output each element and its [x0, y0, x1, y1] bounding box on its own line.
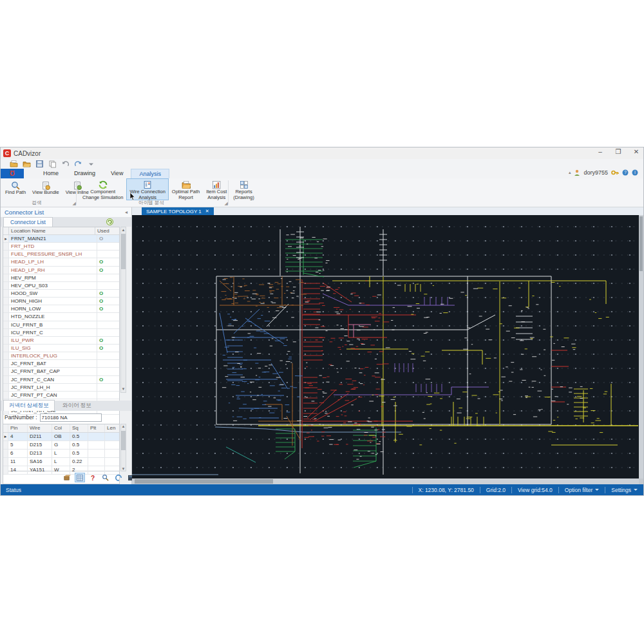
document-tab-close-icon[interactable]: ✕ — [205, 209, 209, 214]
detail-tab[interactable]: 와이어 정보 — [57, 401, 97, 411]
ribbon-tab-analysis[interactable]: Analysis — [131, 169, 169, 178]
connector-table-header[interactable]: Location Name Used — [3, 227, 119, 235]
part-number-input[interactable] — [40, 413, 102, 422]
col-plt[interactable]: Plt — [88, 424, 105, 432]
help-icon[interactable]: ? — [622, 169, 629, 176]
save-icon — [35, 160, 44, 168]
scroll-down-icon[interactable]: ▼ — [121, 386, 126, 392]
wire — [323, 283, 352, 302]
title-bar[interactable]: C CADvizor – ❐ ✕ — [1, 147, 643, 159]
inspect-icon[interactable] — [100, 473, 111, 482]
canvas-vscrollbar[interactable] — [639, 215, 643, 478]
table-row[interactable]: JC_FRNT_PT_CAN — [3, 392, 119, 399]
table-row[interactable]: JC_FRNT_LH_H — [3, 384, 119, 392]
scroll-up-icon[interactable]: ▲ — [121, 227, 126, 233]
reports-drawing--button[interactable]: Reports(Drawing) — [230, 178, 258, 200]
connector-list-tab[interactable]: Connector List — [3, 217, 53, 227]
refresh-blue-icon — [115, 474, 122, 482]
optimal-path-report-button[interactable]: Optimal PathReport — [169, 178, 203, 200]
redo-icon — [74, 160, 82, 168]
table-row[interactable]: HEV_RPM — [3, 274, 119, 282]
table-row[interactable]: ▸4D211OB0.5 — [3, 433, 119, 441]
table-row[interactable]: HOOD_SW O — [3, 290, 119, 298]
wire — [323, 294, 455, 305]
table-row[interactable]: HORN_LOW O — [3, 305, 119, 313]
settings-menu[interactable]: Settings — [605, 487, 643, 493]
wire — [468, 315, 495, 330]
panel-collapse-icon[interactable]: ◂ — [125, 209, 128, 215]
mouse-cursor — [129, 193, 136, 201]
ribbon-tab-drawing[interactable]: Drawing — [66, 169, 103, 178]
close-button[interactable]: ✕ — [632, 148, 641, 155]
collapse-ribbon-icon[interactable]: ▴ — [569, 170, 571, 175]
col-wire[interactable]: Wire — [28, 424, 52, 432]
table-row[interactable]: INTERLOCK_PLUG — [3, 352, 119, 360]
key-icon[interactable] — [611, 169, 619, 176]
grid-view-icon[interactable] — [75, 473, 85, 482]
item-cost-analysis-button[interactable]: Item CostAnalysis — [203, 178, 230, 200]
detail-tab[interactable]: 커넥터 상세정보 — [3, 400, 55, 411]
analysis-list — [143, 180, 152, 189]
table-row[interactable]: JC_FRNT_C_CAN O — [3, 376, 119, 384]
svg-text:?: ? — [624, 170, 627, 175]
table-row[interactable]: HEAD_LP_RH O — [3, 267, 119, 274]
table-row[interactable]: HEV_OPU_S03 — [3, 282, 119, 290]
table-row[interactable]: ICU_FRNT_C — [3, 329, 119, 337]
wire-detail-table: PinWireColSqPltLen ▸4D211OB0.55D215G0.56… — [3, 424, 120, 471]
connector-list-panel: Connector List ◂ Connector List Location… — [1, 207, 132, 484]
table-row[interactable]: ILU_SIG O — [3, 345, 119, 352]
wire-question-icon[interactable]: ? — [88, 473, 98, 482]
col-location-name[interactable]: Location Name — [9, 227, 95, 234]
wire — [354, 461, 376, 468]
table-row[interactable]: JC_FRNT_BAT — [3, 360, 119, 368]
doc-bundle — [41, 181, 50, 190]
minimize-button[interactable]: – — [596, 148, 605, 155]
status-bar: Status X: 1230.08, Y: 2781.50 Grid:2.0 V… — [1, 484, 643, 495]
table-row[interactable]: HEAD_LP_LH O — [3, 258, 119, 266]
table-row[interactable]: HORN_HIGH O — [3, 298, 119, 305]
refresh-icon[interactable] — [106, 218, 113, 225]
col-used[interactable]: Used — [95, 227, 119, 234]
ribbon-tab-view[interactable]: View — [103, 169, 131, 178]
quick-access-toolbar — [10, 160, 95, 169]
open-folder-icon — [23, 160, 31, 168]
table-row[interactable]: FRT_HTD — [3, 243, 119, 251]
panel-title: Connector List — [5, 209, 125, 216]
app-menu-button[interactable]: Ʊ — [1, 169, 24, 178]
document-tab[interactable]: SAMPLE TOPOLOGY 1 ✕ — [142, 207, 214, 215]
table-row[interactable]: 11SA16L0.22 — [3, 458, 119, 466]
layout-grid — [240, 180, 249, 189]
component-change-simulation-button[interactable]: ComponentChange Simulation — [79, 178, 126, 200]
ribbon-tab-home[interactable]: Home — [35, 169, 66, 178]
scroll-up-icon[interactable]: ▲ — [121, 424, 126, 428]
detail-scrollbar[interactable]: ▲ ▼ — [120, 424, 126, 471]
refresh-green — [99, 180, 108, 189]
view-bundle-button[interactable]: View Bundle — [29, 178, 62, 200]
wire — [348, 315, 387, 337]
scroll-down-icon[interactable]: ▼ — [121, 467, 126, 471]
canvas-hscrollbar[interactable] — [132, 478, 639, 484]
table-row[interactable]: ILU_PWR O — [3, 337, 119, 345]
table-row[interactable]: ▸ FRNT_MAIN21 O — [3, 235, 119, 243]
drawing-canvas[interactable] — [132, 215, 639, 478]
col-col[interactable]: Col — [52, 424, 70, 432]
find-path-button[interactable]: Find Path — [2, 178, 29, 200]
col-len[interactable]: Len — [105, 424, 119, 432]
svg-text:?: ? — [91, 475, 95, 482]
col-pin[interactable]: Pin — [8, 424, 28, 432]
table-row[interactable]: JC_FRNT_BAT_CAP — [3, 368, 119, 375]
component-icon[interactable] — [62, 473, 72, 482]
connector-scrollbar[interactable]: ▲ ▼ — [120, 227, 126, 393]
info-icon[interactable]: i — [632, 169, 638, 176]
restore-button[interactable]: ❐ — [614, 148, 623, 155]
magnifier — [11, 181, 20, 190]
table-row[interactable]: 5D215G0.5 — [3, 441, 119, 450]
coordinates: X: 1230.08, Y: 2781.50 — [412, 487, 480, 493]
option-filter-menu[interactable]: Option filter — [558, 487, 605, 493]
table-row[interactable]: 6D213L0.5 — [3, 450, 119, 458]
refresh-blue-icon[interactable] — [113, 473, 124, 482]
table-row[interactable]: ICU_FRNT_B — [3, 321, 119, 329]
table-row[interactable]: HTD_NOZZLE — [3, 313, 119, 321]
table-row[interactable]: FUEL_PRESSURE_SNSR_LH — [3, 251, 119, 258]
col-sq[interactable]: Sq — [70, 424, 88, 432]
